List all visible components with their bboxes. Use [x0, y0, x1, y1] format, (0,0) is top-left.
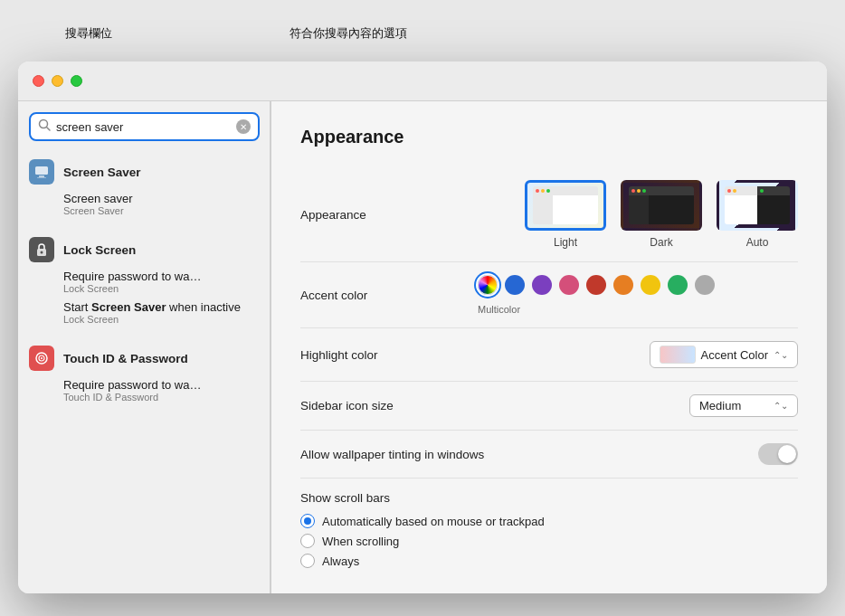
accent-color-control: Multicolor	[478, 275, 798, 315]
appearance-label: Appearance	[300, 208, 463, 222]
scroll-scrolling-label: When scrolling	[322, 535, 399, 548]
sidebar-group-touchid: Touch ID & Password Require password to …	[18, 338, 271, 412]
lock-screen-title: Lock Screen	[63, 243, 136, 257]
accent-dot-blue[interactable]	[505, 275, 525, 295]
highlight-color-value: Accent Color	[701, 348, 768, 362]
sub-item-parent: Screen Saver	[63, 205, 260, 216]
list-item[interactable]: Require password to wa… Touch ID & Passw…	[63, 374, 260, 405]
svg-point-6	[41, 251, 43, 254]
svg-rect-3	[39, 175, 44, 177]
appearance-option-auto-label: Auto	[746, 236, 769, 249]
svg-rect-4	[37, 177, 46, 178]
accent-dot-purple[interactable]	[532, 275, 552, 295]
list-item[interactable]: Screen saver Screen Saver	[63, 188, 260, 219]
touchid-icon	[29, 346, 54, 371]
radio-inner	[304, 517, 311, 525]
accent-colors	[478, 275, 715, 295]
scroll-bars-title: Show scroll bars	[300, 491, 798, 505]
main-panel: Appearance Appearance	[271, 101, 827, 593]
panel-title: Appearance	[300, 127, 798, 147]
accent-color-label: Accent color	[300, 289, 463, 302]
wallpaper-tinting-label: Allow wallpaper tinting in windows	[300, 448, 484, 461]
appearance-thumb-light	[525, 180, 606, 231]
appearance-control: Light	[478, 180, 798, 249]
chevron-up-down-icon: ⌃⌄	[774, 350, 788, 360]
sidebar-group-lock-screen: Lock Screen Require password to wa… Lock…	[18, 230, 271, 335]
sidebar-icon-size-control: Medium ⌃⌄	[478, 394, 798, 417]
sub-item-parent: Lock Screen	[63, 283, 260, 294]
accent-dot-pink[interactable]	[559, 275, 579, 295]
svg-line-1	[47, 128, 51, 131]
sub-item-parent: Lock Screen	[63, 314, 260, 325]
wallpaper-tinting-control	[498, 443, 798, 465]
annotation-matching-options: 符合你搜尋內容的選項	[290, 25, 407, 42]
system-preferences-window: ✕	[18, 62, 827, 593]
scroll-always-radio[interactable]	[300, 554, 315, 568]
screen-saver-sub-items: Screen saver Screen Saver	[18, 188, 271, 226]
scroll-bars-radio-group: Automatically based on mouse or trackpad…	[300, 514, 798, 568]
highlight-color-label: Highlight color	[300, 348, 463, 362]
accent-dot-red[interactable]	[586, 275, 606, 295]
highlight-color-control: Accent Color ⌃⌄	[478, 341, 798, 368]
sidebar-section-screen-saver[interactable]: Screen Saver	[18, 152, 271, 188]
accent-dot-graphite[interactable]	[695, 275, 715, 295]
scroll-scrolling-option[interactable]: When scrolling	[300, 534, 798, 548]
toggle-knob	[778, 445, 796, 463]
scroll-auto-radio[interactable]	[300, 514, 315, 528]
scroll-auto-option[interactable]: Automatically based on mouse or trackpad	[300, 514, 798, 528]
sidebar: ✕	[18, 101, 271, 593]
sidebar-section-touchid[interactable]: Touch ID & Password	[18, 338, 271, 374]
close-button[interactable]	[33, 75, 44, 87]
appearance-option-dark[interactable]: Dark	[621, 180, 702, 249]
appearance-thumb-auto	[717, 180, 798, 231]
list-item[interactable]: Start Screen Saver when inactive Lock Sc…	[63, 297, 260, 327]
svg-rect-2	[35, 166, 48, 175]
appearance-option-light[interactable]: Light	[525, 180, 606, 249]
scroll-always-option[interactable]: Always	[300, 554, 798, 568]
annotation-search-field: 搜尋欄位	[65, 25, 112, 42]
screen-saver-title: Screen Saver	[63, 166, 141, 179]
accent-color-row: Accent color	[300, 262, 798, 328]
scroll-auto-label: Automatically based on mouse or trackpad	[322, 515, 545, 528]
svg-point-9	[41, 357, 43, 359]
highlight-color-dropdown[interactable]: Accent Color ⌃⌄	[650, 341, 798, 368]
search-input[interactable]	[56, 120, 231, 134]
sidebar-section-lock-screen[interactable]: Lock Screen	[18, 230, 271, 266]
traffic-lights	[33, 75, 82, 87]
wallpaper-tinting-toggle[interactable]	[758, 443, 798, 465]
sidebar-icon-size-dropdown[interactable]: Medium ⌃⌄	[689, 394, 798, 417]
appearance-option-light-label: Light	[554, 236, 577, 249]
appearance-thumb-dark	[621, 180, 702, 231]
appearance-options: Light	[525, 180, 798, 249]
touchid-sub-items: Require password to wa… Touch ID & Passw…	[18, 374, 271, 412]
accent-dot-green[interactable]	[668, 275, 688, 295]
search-box[interactable]: ✕	[29, 112, 260, 141]
scroll-bars-section: Show scroll bars Automatically based on …	[300, 479, 798, 568]
appearance-option-dark-label: Dark	[650, 236, 672, 249]
chevron-up-down-icon-2: ⌃⌄	[774, 401, 788, 411]
lock-screen-sub-items: Require password to wa… Lock Screen Star…	[18, 266, 271, 335]
highlight-preview	[660, 346, 696, 364]
title-bar	[18, 62, 827, 101]
accent-dot-yellow[interactable]	[641, 275, 660, 295]
sidebar-icon-size-value: Medium	[699, 399, 741, 412]
sub-item-name: Require password to wa…	[63, 270, 260, 283]
sidebar-results: Screen Saver Screen saver Screen Saver	[18, 152, 271, 593]
scroll-scrolling-radio[interactable]	[300, 534, 315, 548]
search-icon	[38, 118, 51, 135]
accent-dot-multicolor[interactable]	[478, 275, 498, 295]
accent-dot-orange[interactable]	[613, 275, 633, 295]
sub-item-name: Require password to wa…	[63, 378, 260, 392]
accent-multicolor-label: Multicolor	[478, 304, 520, 315]
highlight-color-row: Highlight color Accent Color ⌃⌄	[300, 328, 798, 382]
minimize-button[interactable]	[52, 75, 63, 87]
appearance-option-auto[interactable]: Auto	[717, 180, 798, 249]
touchid-title: Touch ID & Password	[63, 352, 188, 365]
search-clear-button[interactable]: ✕	[236, 119, 251, 134]
screen-saver-icon	[29, 159, 54, 185]
wallpaper-tinting-row: Allow wallpaper tinting in windows	[300, 431, 798, 479]
sub-item-parent: Touch ID & Password	[63, 392, 260, 403]
sub-item-name: Screen saver	[63, 192, 260, 205]
list-item[interactable]: Require password to wa… Lock Screen	[63, 266, 260, 297]
maximize-button[interactable]	[71, 75, 82, 87]
